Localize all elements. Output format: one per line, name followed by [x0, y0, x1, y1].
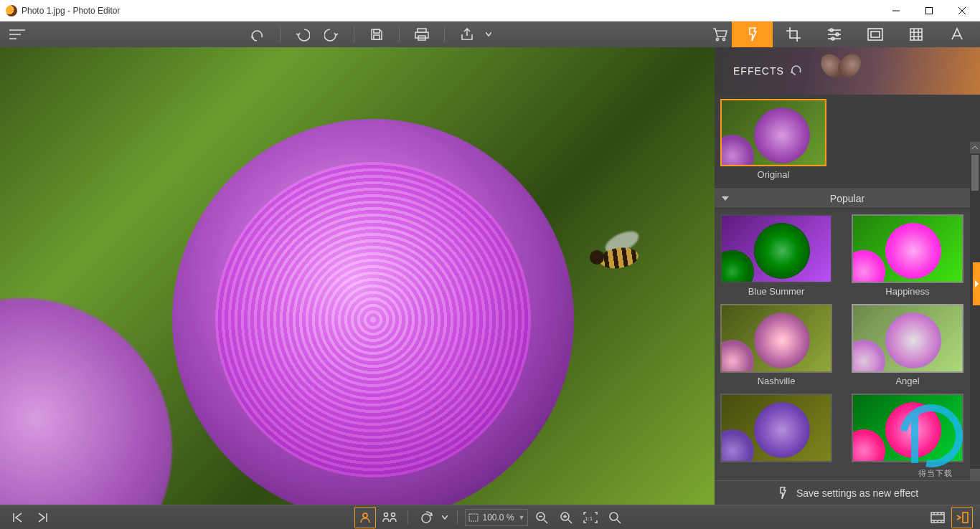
- divider: [407, 510, 408, 525]
- divider: [354, 27, 354, 42]
- divider: [399, 27, 400, 42]
- panel-toggle-button[interactable]: [951, 507, 973, 528]
- save-effect-button[interactable]: Save settings as new effect: [715, 480, 980, 505]
- collapse-triangle-icon: [722, 196, 729, 201]
- tab-crop[interactable]: [773, 22, 814, 47]
- svg-line-30: [544, 520, 547, 523]
- svg-rect-7: [374, 29, 380, 33]
- effect-blue-summer[interactable]: Blue Summer: [720, 214, 832, 300]
- butterfly-decoration-icon: [822, 53, 865, 86]
- divider: [444, 27, 445, 42]
- effect-label: [852, 462, 963, 468]
- top-toolbar: [0, 22, 980, 47]
- svg-rect-10: [415, 32, 428, 38]
- share-button[interactable]: [455, 22, 479, 47]
- app-logo-icon: [6, 5, 17, 16]
- panel-header: EFFECTS: [715, 47, 980, 95]
- undo-step-button[interactable]: [291, 22, 315, 47]
- window-close-button[interactable]: [946, 0, 979, 22]
- effect-happiness[interactable]: Happiness: [852, 214, 963, 300]
- svg-rect-20: [868, 29, 882, 40]
- svg-rect-28: [469, 514, 478, 521]
- divider: [280, 27, 281, 42]
- tab-text[interactable]: [936, 22, 977, 47]
- panel-scrollbar[interactable]: [970, 142, 980, 480]
- filmstrip-button[interactable]: [927, 507, 948, 528]
- category-header[interactable]: Popular: [715, 189, 980, 209]
- redo-step-button[interactable]: [319, 22, 344, 47]
- scroll-up-button[interactable]: [970, 142, 980, 153]
- photo-image: [0, 47, 715, 505]
- zoom-out-button[interactable]: [531, 507, 552, 528]
- image-canvas[interactable]: [0, 47, 715, 505]
- effect-label: Angel: [852, 373, 963, 389]
- svg-rect-21: [871, 32, 880, 37]
- save-effect-label: Save settings as new effect: [796, 487, 918, 499]
- scroll-thumb[interactable]: [971, 155, 979, 191]
- svg-rect-48: [963, 513, 968, 523]
- zoom-display[interactable]: 100.0 % ▼: [465, 509, 529, 526]
- effect-original[interactable]: [720, 99, 826, 166]
- cart-button[interactable]: [707, 22, 732, 47]
- tab-texture[interactable]: [895, 22, 936, 47]
- print-button[interactable]: [410, 22, 434, 47]
- effect-nashville[interactable]: Nashville: [720, 304, 832, 389]
- divider: [457, 510, 458, 525]
- svg-text:1:1: 1:1: [585, 515, 593, 522]
- undo-button[interactable]: [245, 22, 270, 47]
- menu-button[interactable]: [3, 22, 32, 47]
- original-row: Original: [715, 95, 980, 189]
- share-dropdown-button[interactable]: [484, 22, 494, 47]
- zoom-fit-button[interactable]: [604, 507, 626, 528]
- svg-point-26: [391, 513, 395, 516]
- effect-label: [720, 462, 832, 468]
- tool-tabs: [732, 22, 977, 47]
- svg-point-13: [722, 38, 725, 40]
- category-label: Popular: [830, 193, 864, 204]
- effect-label: Happiness: [852, 283, 963, 300]
- effect-label: Blue Summer: [720, 283, 832, 300]
- next-image-button[interactable]: [32, 507, 53, 528]
- effect-preset-6[interactable]: [852, 394, 963, 468]
- history-group: [245, 22, 494, 47]
- tab-adjust[interactable]: [814, 22, 854, 47]
- svg-rect-8: [374, 35, 380, 39]
- rotate-dropdown-button[interactable]: [440, 507, 450, 528]
- window-minimize-button[interactable]: [880, 0, 913, 22]
- main-area: EFFECTS Original Popular Blue Summer Hap…: [0, 47, 980, 505]
- tab-frame[interactable]: [854, 22, 895, 47]
- view-compare-button[interactable]: [379, 507, 400, 528]
- zoom-in-button[interactable]: [555, 507, 577, 528]
- scroll-down-button[interactable]: [970, 469, 980, 480]
- effect-preset-5[interactable]: [720, 394, 832, 468]
- window-maximize-button[interactable]: [913, 0, 946, 22]
- svg-point-25: [384, 513, 387, 516]
- chevron-down-icon: ▼: [519, 514, 525, 521]
- zoom-value: 100.0 %: [483, 513, 514, 523]
- svg-point-12: [716, 38, 718, 40]
- effect-original-label: Original: [720, 166, 826, 183]
- effects-grid: Blue Summer Happiness Nashville Angel: [715, 209, 980, 480]
- prev-image-button[interactable]: [7, 507, 29, 528]
- zoom-100-button[interactable]: 1:1: [580, 507, 601, 528]
- tab-effects[interactable]: [732, 22, 773, 47]
- bottom-toolbar: 100.0 % ▼ 1:1: [0, 505, 980, 529]
- panel-header-label: EFFECTS: [733, 65, 784, 77]
- window-title: Photo 1.jpg - Photo Editor: [22, 6, 120, 16]
- save-button[interactable]: [364, 22, 389, 47]
- effect-angel[interactable]: Angel: [852, 304, 963, 389]
- svg-point-24: [363, 513, 367, 518]
- svg-line-33: [568, 520, 572, 523]
- window-titlebar: Photo 1.jpg - Photo Editor: [0, 0, 980, 22]
- rotate-button[interactable]: [415, 507, 437, 528]
- svg-line-38: [617, 520, 621, 523]
- effect-label: Nashville: [720, 373, 832, 389]
- panel-expand-handle[interactable]: [973, 262, 980, 305]
- effects-panel: EFFECTS Original Popular Blue Summer Hap…: [715, 47, 980, 505]
- reset-effects-icon[interactable]: [790, 64, 803, 78]
- svg-rect-1: [926, 7, 933, 14]
- view-single-button[interactable]: [354, 507, 376, 528]
